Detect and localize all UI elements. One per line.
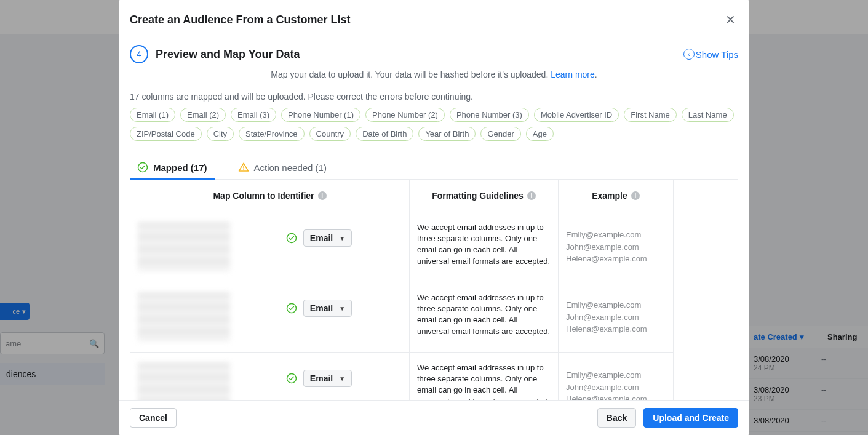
modal-title: Create an Audience From a Customer List xyxy=(130,14,350,26)
bg-blue-button-text: ce xyxy=(12,308,20,315)
pill-city[interactable]: City xyxy=(207,127,234,141)
info-icon[interactable]: i xyxy=(631,191,640,200)
example-line: John@example.com xyxy=(566,381,666,394)
bg-blue-button-fragment: ce ▾ xyxy=(0,303,30,320)
source-data-preview-blurred xyxy=(138,292,230,341)
guidelines-cell: We accept email addresses in up to three… xyxy=(410,353,559,400)
example-line: Emily@example.com xyxy=(566,299,666,311)
table-row: Email ▼ We accept email addresses in up … xyxy=(130,353,673,400)
example-line: Helena@example.com xyxy=(566,323,666,335)
bg-date-2: 3/08/2020 xyxy=(754,416,821,425)
identifier-select-value: Email xyxy=(310,373,333,383)
check-circle-icon xyxy=(286,303,297,314)
map-cell: Email ▼ xyxy=(130,282,410,352)
bg-sharing-header: Sharing xyxy=(827,332,863,341)
bg-share-2: -- xyxy=(821,416,863,425)
pill-dob[interactable]: Date of Birth xyxy=(356,127,413,141)
guidelines-cell: We accept email addresses in up to three… xyxy=(410,212,559,282)
subtext: Map your data to upload it. Your data wi… xyxy=(130,70,738,79)
example-line: Emily@example.com xyxy=(566,229,666,241)
pill-mobile-advertiser-id[interactable]: Mobile Advertiser ID xyxy=(534,108,619,122)
bg-sidebar-audiences: diences xyxy=(0,363,105,385)
table-row: Email ▼ We accept email addresses in up … xyxy=(130,282,673,353)
th-map-label: Map Column to Identifier xyxy=(213,191,314,201)
bg-date-0: 3/08/2020 xyxy=(754,354,821,364)
check-circle-icon xyxy=(137,162,148,173)
step-title: Preview and Map Your Data xyxy=(156,48,300,61)
bg-time-0: 24 PM xyxy=(754,364,821,372)
upload-and-create-button[interactable]: Upload and Create xyxy=(643,408,738,428)
source-data-preview-blurred xyxy=(138,222,230,271)
identifier-select-value: Email xyxy=(310,233,333,243)
pill-yob[interactable]: Year of Birth xyxy=(418,127,476,141)
show-tips-label: Show Tips xyxy=(696,49,738,60)
modal-footer: Cancel Back Upload and Create xyxy=(119,400,749,435)
info-icon[interactable]: i xyxy=(318,191,327,200)
show-tips-link[interactable]: ‹ Show Tips xyxy=(683,49,738,60)
columns-summary: 17 columns are mapped and will be upload… xyxy=(130,92,738,102)
identifier-select-value: Email xyxy=(310,303,333,313)
identifier-select[interactable]: Email ▼ xyxy=(303,300,352,317)
pill-phone-2[interactable]: Phone Number (2) xyxy=(365,108,445,122)
map-cell: Email ▼ xyxy=(130,353,410,400)
bg-date-1: 3/08/2020 xyxy=(754,385,821,394)
pill-zip[interactable]: ZIP/Postal Code xyxy=(130,127,202,141)
pill-state[interactable]: State/Province xyxy=(239,127,305,141)
bg-search-input-fragment: ame 🔍 xyxy=(0,332,105,354)
step-header-row: 4 Preview and Map Your Data ‹ Show Tips xyxy=(130,45,738,63)
example-line: Emily@example.com xyxy=(566,369,666,381)
create-audience-modal: Create an Audience From a Customer List … xyxy=(119,0,749,435)
caret-icon: ▾ xyxy=(22,308,26,316)
check-circle-icon xyxy=(286,233,297,244)
bg-share-1: -- xyxy=(821,385,863,403)
pill-gender[interactable]: Gender xyxy=(480,127,520,141)
bg-table-fragment: ate Created ▾ Sharing 3/08/2020 24 PM --… xyxy=(749,326,868,432)
identifier-select[interactable]: Email ▼ xyxy=(303,229,352,247)
th-guide-label: Formatting Guidelines xyxy=(432,191,524,201)
mapped-fields-pills: Email (1) Email (2) Email (3) Phone Numb… xyxy=(130,108,738,141)
th-map-column: Map Column to Identifier i xyxy=(130,180,410,212)
close-button[interactable]: ✕ xyxy=(723,10,738,30)
tips-circle-icon: ‹ xyxy=(683,49,695,60)
example-line: Helena@example.com xyxy=(566,253,666,265)
sort-arrow-icon: ▾ xyxy=(800,332,804,341)
cancel-button[interactable]: Cancel xyxy=(130,408,177,428)
example-cell: Emily@example.com John@example.com Helen… xyxy=(559,282,673,352)
mapping-table: Map Column to Identifier i Formatting Gu… xyxy=(130,180,674,400)
pill-phone-1[interactable]: Phone Number (1) xyxy=(281,108,360,122)
tab-action-needed[interactable]: Action needed (1) xyxy=(238,154,327,179)
source-data-preview-blurred xyxy=(138,362,230,400)
bg-sidebar-label: diences xyxy=(6,369,36,379)
svg-point-2 xyxy=(243,169,244,170)
pill-last-name[interactable]: Last Name xyxy=(682,108,734,122)
caret-down-icon: ▼ xyxy=(339,235,345,242)
back-button[interactable]: Back xyxy=(597,408,636,428)
th-guidelines: Formatting Guidelines i xyxy=(410,180,559,212)
pill-age[interactable]: Age xyxy=(526,127,554,141)
info-icon[interactable]: i xyxy=(527,191,536,200)
pill-email-1[interactable]: Email (1) xyxy=(130,108,175,122)
learn-more-link[interactable]: Learn more xyxy=(551,70,595,79)
subtext-suffix: . xyxy=(595,70,597,79)
tabs: Mapped (17) Action needed (1) xyxy=(130,154,738,180)
modal-header: Create an Audience From a Customer List … xyxy=(119,0,749,36)
pill-phone-3[interactable]: Phone Number (3) xyxy=(450,108,529,122)
identifier-select[interactable]: Email ▼ xyxy=(303,370,352,387)
table-head: Map Column to Identifier i Formatting Gu… xyxy=(130,180,673,212)
guidelines-cell: We accept email addresses in up to three… xyxy=(410,282,559,352)
pill-country[interactable]: Country xyxy=(309,127,351,141)
tab-mapped[interactable]: Mapped (17) xyxy=(137,154,207,179)
example-line: Helena@example.com xyxy=(566,393,666,400)
bg-date-header: ate Created xyxy=(754,332,797,341)
pill-first-name[interactable]: First Name xyxy=(624,108,677,122)
example-line: John@example.com xyxy=(566,311,666,324)
bg-search-placeholder: ame xyxy=(6,339,21,348)
pill-email-2[interactable]: Email (2) xyxy=(180,108,226,122)
caret-down-icon: ▼ xyxy=(339,375,345,382)
step-number-badge: 4 xyxy=(130,45,148,63)
caret-down-icon: ▼ xyxy=(339,305,345,312)
th-example: Example i xyxy=(559,180,673,212)
example-line: John@example.com xyxy=(566,241,666,253)
check-circle-icon xyxy=(286,373,297,384)
pill-email-3[interactable]: Email (3) xyxy=(231,108,276,122)
